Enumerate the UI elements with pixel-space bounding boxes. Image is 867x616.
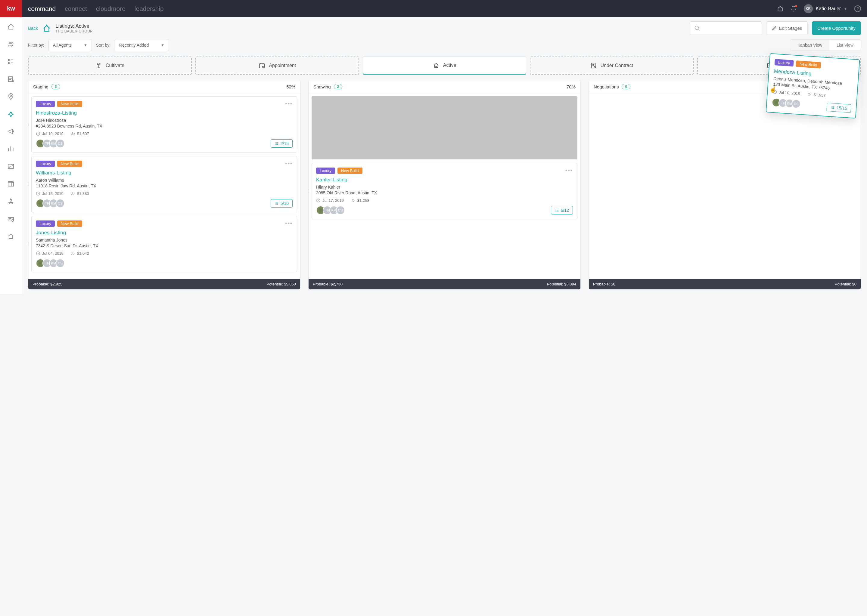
- card-title[interactable]: Hinostroza-Listing: [36, 110, 293, 116]
- svg-point-7: [10, 95, 12, 97]
- cursor-icon: ☝: [769, 86, 777, 93]
- tag-luxury: Luxury: [36, 160, 55, 167]
- kanban-view-button[interactable]: Kanban View: [790, 40, 829, 50]
- nav-cloudmore[interactable]: cloudmore: [96, 5, 126, 13]
- sidebar-location[interactable]: [7, 93, 14, 100]
- card-client: Hilary Kahler: [316, 185, 573, 190]
- column-probable: Probable: $0: [593, 282, 615, 286]
- user-avatar: KB: [804, 4, 813, 13]
- opportunity-card[interactable]: ⠿ Luxury New Build ••• Kahler-Listing Hi…: [312, 163, 577, 219]
- card-menu-icon[interactable]: •••: [285, 160, 293, 167]
- card-menu-icon[interactable]: •••: [565, 168, 573, 174]
- sidebar-opportunities[interactable]: [7, 110, 14, 118]
- stage-active[interactable]: Active: [363, 57, 526, 75]
- tag-newbuild: New Build: [337, 168, 363, 174]
- tag-newbuild: New Build: [57, 220, 82, 227]
- column-body: ⠿ Luxury New Build ••• Hinostroza-Listin…: [28, 93, 300, 279]
- sidebar-contacts[interactable]: [7, 41, 14, 48]
- checklist-button[interactable]: 15/15: [826, 102, 851, 113]
- card-title[interactable]: Jones-Listing: [36, 230, 293, 236]
- filter-agents-dropdown[interactable]: All Agents▼: [49, 39, 92, 51]
- column-probable: Probable: $2,730: [313, 282, 342, 286]
- page-title: Listings: Active: [55, 23, 93, 29]
- checklist-button[interactable]: 5/10: [271, 199, 293, 207]
- card-client: Samantha Jones: [36, 237, 293, 242]
- sidebar-campaigns[interactable]: [7, 128, 14, 135]
- drag-handle-icon[interactable]: ⠿: [28, 182, 29, 187]
- card-avatars: TFKMCS: [316, 206, 345, 215]
- opportunity-card[interactable]: ⠿ Luxury New Build ••• Williams-Listing …: [31, 156, 297, 212]
- column-header: Staging 3 50%: [28, 80, 300, 93]
- sidebar-smartplans[interactable]: [7, 75, 14, 83]
- back-link[interactable]: Back: [28, 25, 38, 31]
- nav-command[interactable]: command: [28, 5, 56, 13]
- logo[interactable]: kw: [0, 0, 22, 17]
- column-header: Showing 2 70%: [309, 80, 580, 93]
- card-address: 2085 Old River Road, Austin, TX: [316, 190, 573, 195]
- notification-icon[interactable]: [791, 6, 796, 12]
- opportunity-card[interactable]: ⠿ Luxury New Build ••• Jones-Listing Sam…: [31, 216, 297, 272]
- avatar: CS: [336, 206, 345, 215]
- checklist-button[interactable]: 6/12: [551, 206, 573, 214]
- column-probable: Probable: $2,925: [33, 282, 62, 286]
- svg-point-26: [352, 199, 353, 200]
- nav-leadership[interactable]: leadership: [134, 5, 164, 13]
- drag-handle-icon[interactable]: ⠿: [309, 189, 309, 194]
- nav-links: command connect cloudmore leadership: [28, 5, 777, 13]
- card-date: Jul 17, 2019: [316, 198, 344, 203]
- filter-row: Filter by: All Agents▼ Sort by: Recently…: [28, 39, 861, 51]
- stage-cultivate[interactable]: Cultivate: [28, 57, 192, 75]
- card-address: #28A 8923 Bowness Rd, Austin, TX: [36, 124, 293, 129]
- sidebar-consumer[interactable]: [7, 233, 14, 240]
- chevron-down-icon: ▼: [844, 7, 847, 11]
- column-count: 3: [52, 84, 60, 90]
- svg-point-2: [12, 43, 13, 44]
- drag-handle-icon[interactable]: ⠿: [28, 122, 29, 127]
- sidebar-referrals[interactable]: [7, 215, 14, 222]
- filter-label: Filter by:: [28, 43, 44, 47]
- avatar: CS: [791, 99, 801, 108]
- card-menu-icon[interactable]: •••: [285, 220, 293, 227]
- tag-newbuild: New Build: [57, 101, 82, 107]
- stage-tabs: Cultivate Appointment Active Under Contr…: [28, 57, 861, 75]
- stage-appointment[interactable]: Appointment: [195, 57, 359, 75]
- tag-luxury: Luxury: [774, 59, 793, 66]
- create-opportunity-button[interactable]: Create Opportunity: [812, 21, 861, 35]
- user-name: Katie Bauer: [816, 6, 841, 11]
- main: Back Listings: Active THE BAUER GROUP Ed…: [22, 17, 867, 294]
- avatar: CS: [56, 139, 65, 148]
- card-title[interactable]: Kahler-Listing: [316, 177, 573, 183]
- market-icon[interactable]: [777, 6, 783, 12]
- card-avatars: TFKMCS: [36, 199, 65, 208]
- sidebar-listings[interactable]: [7, 180, 14, 187]
- card-price: $1,957: [807, 92, 826, 98]
- opportunity-card[interactable]: ⠿ Luxury New Build ••• Hinostroza-Listin…: [31, 96, 297, 152]
- kanban-column: Showing 2 70% ⠿ Luxury New Build ••• Kah…: [308, 80, 581, 290]
- list-view-button[interactable]: List View: [829, 40, 861, 50]
- sidebar-map[interactable]: [7, 198, 14, 205]
- sidebar-designs[interactable]: [7, 163, 14, 170]
- card-title[interactable]: Williams-Listing: [36, 170, 293, 176]
- help-icon[interactable]: ?: [854, 5, 861, 12]
- sidebar-home[interactable]: [7, 23, 14, 30]
- user-menu[interactable]: KB Katie Bauer ▼: [804, 4, 847, 13]
- card-price: $1,380: [71, 191, 89, 196]
- nav-connect[interactable]: connect: [65, 5, 87, 13]
- sidebar-reports[interactable]: [7, 145, 14, 152]
- edit-stages-button[interactable]: Edit Stages: [766, 21, 808, 35]
- svg-point-22: [72, 192, 73, 193]
- svg-point-13: [695, 26, 698, 30]
- sidebar-tasks[interactable]: [7, 58, 14, 65]
- search-input[interactable]: [690, 21, 762, 35]
- sort-dropdown[interactable]: Recently Added▼: [115, 39, 169, 51]
- drag-handle-icon[interactable]: ⠿: [28, 242, 29, 247]
- checklist-button[interactable]: 2/15: [271, 139, 293, 148]
- dragging-card[interactable]: Luxury New Build Mendoza-Listing Dennis …: [766, 53, 860, 118]
- column-count: 2: [334, 84, 342, 90]
- stage-under-contract[interactable]: Under Contract: [530, 57, 694, 75]
- top-nav: kw command connect cloudmore leadership …: [0, 0, 867, 17]
- chevron-down-icon: ▼: [84, 43, 87, 47]
- svg-point-20: [72, 132, 73, 134]
- card-menu-icon[interactable]: •••: [285, 101, 293, 107]
- sidebar: [0, 17, 22, 294]
